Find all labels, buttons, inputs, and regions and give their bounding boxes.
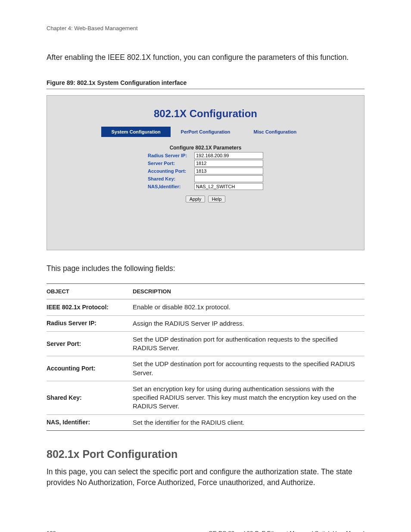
input-server-port[interactable] bbox=[194, 160, 263, 167]
params-heading: Configure 802.1X Parameters bbox=[47, 145, 364, 151]
config-screenshot: 802.1X Configuration System Configuratio… bbox=[47, 95, 364, 250]
cell-description: Set the UDP destination port for authent… bbox=[133, 331, 364, 356]
input-nas-identifier[interactable] bbox=[194, 183, 263, 190]
cell-object: NAS, Identifier: bbox=[47, 414, 133, 430]
table-row: Server Port: Set the UDP destination por… bbox=[47, 331, 364, 356]
manual-title: GE-DS-82 and 82-PoE Ethernet Managed Swi… bbox=[209, 530, 364, 532]
tab-system-configuration[interactable]: System Configuration bbox=[101, 127, 171, 137]
row-nas-identifier: NAS,Identifier: bbox=[147, 183, 264, 190]
cell-description: Set an encryption key for using during a… bbox=[133, 381, 364, 414]
screenshot-title: 802.1X Configuration bbox=[47, 108, 364, 120]
row-accounting-port: Accounting Port: bbox=[147, 167, 264, 175]
help-button[interactable]: Help bbox=[208, 196, 226, 202]
row-shared-key: Shared Key: bbox=[147, 175, 264, 183]
button-row: Apply Help bbox=[47, 195, 364, 202]
figure-rule bbox=[47, 89, 364, 89]
cell-description: Set the UDP destination port for account… bbox=[133, 356, 364, 381]
cell-object: Radius Server IP: bbox=[47, 315, 133, 331]
figure-caption: Figure 89: 802.1x System Configuration i… bbox=[47, 79, 364, 86]
intro-paragraph: After enabling the IEEE 802.1X function,… bbox=[47, 52, 364, 63]
table-row: NAS, Identifier: Set the identifier for … bbox=[47, 414, 364, 430]
tab-bar: System Configuration PerPort Configurati… bbox=[101, 127, 310, 137]
fields-table: OBJECT DESCRIPTION IEEE 802.1x Protocol:… bbox=[47, 283, 364, 431]
row-radius-server-ip: Radius Server IP: bbox=[147, 152, 264, 159]
table-row: Radius Server IP: Assign the RADIUS Serv… bbox=[47, 315, 364, 331]
input-shared-key[interactable] bbox=[194, 175, 263, 182]
cell-description: Set the identifier for the RADIUS client… bbox=[133, 414, 364, 430]
section-body: In this page, you can select the specifi… bbox=[47, 467, 364, 488]
page-number: 128 bbox=[47, 530, 56, 532]
cell-object: Shared Key: bbox=[47, 381, 133, 414]
label-radius-server-ip: Radius Server IP: bbox=[147, 152, 193, 159]
chapter-header: Chapter 4: Web-Based Management bbox=[47, 25, 364, 31]
cell-object: IEEE 802.1x Protocol: bbox=[47, 299, 133, 315]
col-description: DESCRIPTION bbox=[133, 284, 364, 299]
table-row: Accounting Port: Set the UDP destination… bbox=[47, 356, 364, 381]
row-server-port: Server Port: bbox=[147, 159, 264, 167]
input-radius-server-ip[interactable] bbox=[194, 152, 263, 159]
label-nas-identifier: NAS,Identifier: bbox=[147, 183, 193, 190]
table-row: IEEE 802.1x Protocol: Enable or disable … bbox=[47, 299, 364, 315]
table-row: Shared Key: Set an encryption key for us… bbox=[47, 381, 364, 414]
label-server-port: Server Port: bbox=[147, 159, 193, 167]
params-table: Radius Server IP: Server Port: Accountin… bbox=[147, 152, 264, 190]
input-accounting-port[interactable] bbox=[194, 168, 263, 174]
tab-perport-configuration[interactable]: PerPort Configuration bbox=[171, 127, 240, 137]
cell-object: Accounting Port: bbox=[47, 356, 133, 381]
cell-description: Assign the RADIUS Server IP address. bbox=[133, 315, 364, 331]
tab-misc-configuration[interactable]: Misc Configuration bbox=[240, 127, 310, 137]
apply-button[interactable]: Apply bbox=[186, 196, 206, 202]
section-heading: 802.1x Port Configuration bbox=[47, 448, 364, 460]
page-footer: 128 GE-DS-82 and 82-PoE Ethernet Managed… bbox=[47, 530, 364, 532]
label-shared-key: Shared Key: bbox=[147, 175, 193, 183]
col-object: OBJECT bbox=[47, 284, 133, 299]
cell-description: Enable or disable 802.1x protocol. bbox=[133, 299, 364, 315]
label-accounting-port: Accounting Port: bbox=[147, 167, 193, 175]
fields-intro: This page includes the following fields: bbox=[47, 264, 364, 273]
cell-object: Server Port: bbox=[47, 331, 133, 356]
